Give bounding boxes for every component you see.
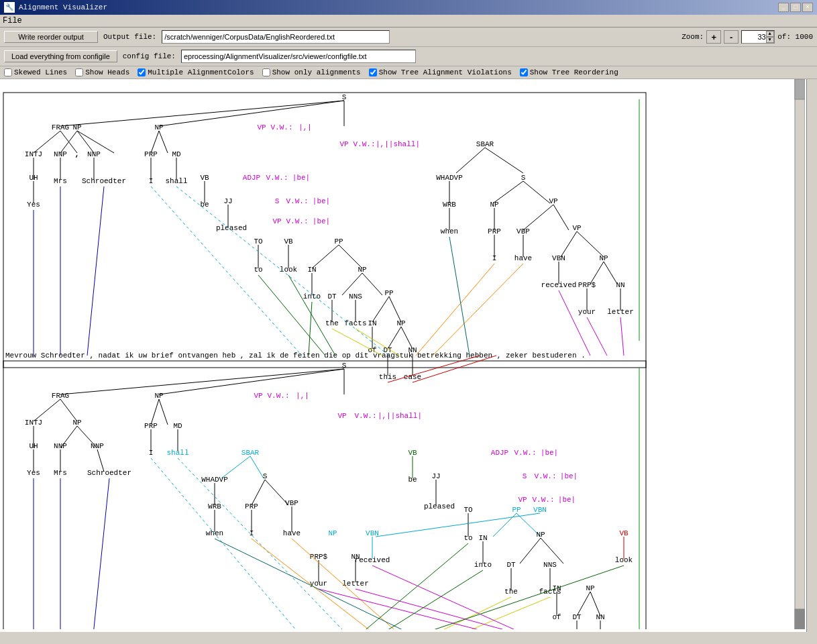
tree-violations-label: Show Tree Alignment Violations: [379, 68, 512, 76]
menu-file[interactable]: File: [3, 16, 22, 25]
skewed-lines-checkbox[interactable]: [4, 68, 12, 76]
multiple-colors-checkbox[interactable]: [138, 68, 146, 76]
checkbox-show-only-alignments: Show only alignments: [262, 68, 361, 76]
zoom-spin-up[interactable]: ▲: [766, 31, 774, 37]
maximize-button[interactable]: □: [790, 3, 801, 12]
toolbar: Write reorder output Output file: Zoom: …: [0, 28, 817, 47]
zoom-minus-button[interactable]: -: [724, 30, 739, 44]
zoom-input[interactable]: [743, 33, 766, 41]
config-file-input[interactable]: [181, 50, 416, 63]
write-reorder-button[interactable]: Write reorder output: [4, 31, 98, 43]
zoom-of-label: of: 1000: [777, 33, 813, 41]
show-heads-label: Show Heads: [85, 68, 129, 76]
zoom-label: Zoom:: [682, 33, 704, 41]
load-config-button[interactable]: Load everything from configile: [4, 50, 117, 62]
zoom-value-display: ▲ ▼: [741, 30, 775, 44]
config-label: config file:: [123, 52, 176, 60]
show-heads-checkbox[interactable]: [75, 68, 83, 76]
menu-bar: File: [0, 15, 817, 28]
checkbox-tree-reordering: Show Tree Reordering: [520, 68, 618, 76]
checkbox-show-heads: Show Heads: [75, 68, 129, 76]
checkbox-skewed-lines: Skewed Lines: [4, 68, 67, 76]
checkbox-multiple-colors: Multiple AlignmentColors: [138, 68, 254, 76]
checkbox-bar: Skewed Lines Show Heads Multiple Alignme…: [0, 66, 817, 79]
zoom-spinner: ▲ ▼: [766, 31, 774, 43]
visualization-canvas[interactable]: [0, 79, 805, 629]
title-bar-left: 🔧 Alignment Visualizer: [4, 2, 107, 13]
zoom-plus-button[interactable]: +: [706, 30, 721, 44]
close-button[interactable]: ×: [802, 3, 813, 12]
zoom-spin-down[interactable]: ▼: [766, 37, 774, 43]
minimize-button[interactable]: _: [778, 3, 789, 12]
second-toolbar: Load everything from configile config fi…: [0, 47, 817, 66]
app-title: Alignment Visualizer: [19, 3, 107, 11]
tree-reordering-checkbox[interactable]: [520, 68, 528, 76]
output-label: Output file:: [103, 33, 156, 41]
title-bar-buttons: _ □ ×: [778, 3, 813, 12]
show-only-alignments-checkbox[interactable]: [262, 68, 270, 76]
app-icon: 🔧: [4, 2, 15, 13]
tree-violations-checkbox[interactable]: [369, 68, 377, 76]
title-bar: 🔧 Alignment Visualizer _ □ ×: [0, 0, 817, 15]
tree-reordering-label: Show Tree Reordering: [530, 68, 618, 76]
show-only-alignments-label: Show only alignments: [272, 68, 361, 76]
checkbox-tree-violations: Show Tree Alignment Violations: [369, 68, 512, 76]
skewed-lines-label: Skewed Lines: [14, 68, 67, 76]
vertical-scrollbar[interactable]: [806, 79, 817, 632]
output-file-input[interactable]: [162, 30, 390, 44]
main-content[interactable]: [0, 79, 817, 632]
zoom-section: Zoom: + - ▲ ▼ of: 1000: [682, 30, 813, 44]
multiple-colors-label: Multiple AlignmentColors: [148, 68, 254, 76]
